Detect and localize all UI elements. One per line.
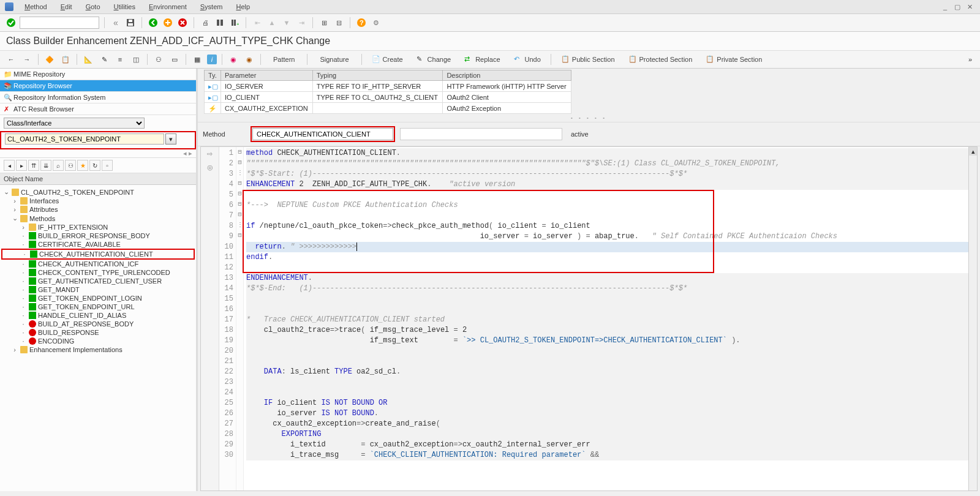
menu-environment[interactable]: Environment [143, 2, 193, 12]
menu-utilities[interactable]: Utilities [108, 2, 141, 12]
activate-icon[interactable]: ✎ [98, 53, 110, 66]
tree-method-item[interactable]: ·BUILD_AT_RESPONSE_BODY [1, 320, 195, 328]
tree-refresh-icon[interactable]: ↻ [89, 160, 100, 171]
vertical-scrollbar[interactable]: ▴ [968, 147, 977, 490]
tree-method-item[interactable]: ·GET_TOKEN_ENDPOINT_URL [1, 302, 195, 311]
display-object-icon[interactable]: 🔶 [43, 53, 56, 66]
nav-repository-browser[interactable]: 📚Repository Browser [0, 80, 196, 92]
nav-mime-repository[interactable]: 📁MIME Repository [0, 69, 196, 80]
window-close-icon[interactable]: ✕ [965, 2, 974, 11]
nav-repository-info-system[interactable]: 🔍Repository Information System [0, 92, 196, 103]
tree-hier-icon[interactable]: ⚇ [65, 160, 76, 171]
method-name-field[interactable] [252, 128, 393, 140]
tree-method-item[interactable]: ·GET_TOKEN_ENDPOINT_LOGIN [1, 294, 195, 302]
tree-method-item[interactable]: ·BUILD_ERROR_RESPONSE_BODY [1, 231, 195, 240]
ok-icon[interactable] [5, 17, 17, 29]
tree-fav-icon[interactable]: ★ [77, 160, 88, 171]
param-row[interactable]: ▸▢IO_CLIENTTYPE REF TO CL_OAUTH2_S_CLIEN… [205, 92, 571, 103]
menu-help[interactable]: Help [230, 2, 256, 12]
change-button[interactable]: ✎Change [412, 54, 456, 65]
save-icon[interactable] [124, 17, 137, 29]
expand-toolbar-icon[interactable]: » [965, 54, 975, 64]
nav-back-icon[interactable] [147, 17, 159, 29]
nav-right-icon[interactable]: → [21, 53, 33, 66]
hierarchy-icon[interactable]: ⚇ [153, 53, 165, 66]
shortcut-icon[interactable]: ⊟ [333, 17, 345, 29]
menu-goto[interactable]: Goto [80, 2, 107, 12]
cancel-icon[interactable] [176, 17, 189, 29]
pattern-button[interactable]: Pattern [266, 54, 302, 64]
menu-edit[interactable]: Edit [55, 2, 78, 12]
check-icon[interactable]: 📐 [82, 53, 94, 66]
private-section-button[interactable]: 📋Private Section [701, 54, 767, 65]
menu-system[interactable]: System [194, 2, 229, 12]
tree-more-icon[interactable]: ▫ [102, 160, 113, 171]
syntax-icon[interactable]: ◉ [243, 53, 255, 66]
undo-button[interactable]: ↶Undo [509, 54, 546, 65]
nav-exit-icon[interactable] [162, 17, 174, 29]
tree-method-item[interactable]: ·CHECK_AUTHENTICATION_CLIENT [1, 249, 195, 260]
menu-method[interactable]: Method [18, 2, 53, 12]
next-page-icon[interactable]: ▼ [281, 17, 293, 29]
settings-icon[interactable]: ⚙ [370, 17, 382, 29]
nav-atc-result-browser[interactable]: ✗ATC Result Browser [0, 103, 196, 115]
param-row[interactable]: ▸▢IO_SERVERTYPE REF TO IF_HTTP_SERVERHTT… [205, 81, 571, 92]
tree-down-icon[interactable]: ⇊ [40, 160, 51, 171]
scroll-up-icon[interactable]: ▴ [969, 147, 978, 156]
prev-page-icon[interactable]: ▲ [266, 17, 278, 29]
tree-find-icon[interactable]: ⌕ [53, 160, 64, 171]
tree-method-item[interactable]: ›IF_HTTP_EXTENSION [1, 223, 195, 231]
other-object-icon[interactable]: 📋 [59, 53, 72, 66]
tree-folder-interfaces[interactable]: ›Interfaces [1, 197, 195, 205]
tree-fwd-icon[interactable]: ▸ [16, 160, 27, 171]
tree-method-item[interactable]: ·GET_MANDT [1, 285, 195, 294]
breakpoint-icon[interactable]: ▦ [191, 53, 203, 66]
test-icon[interactable]: ≡ [114, 53, 126, 66]
create-button[interactable]: 📄Create [367, 54, 408, 65]
param-row[interactable]: ⚡CX_OAUTH2_EXCEPTIONOAuth2 Exception [205, 103, 571, 114]
print-icon[interactable]: 🖨 [199, 17, 211, 29]
last-page-icon[interactable]: ⇥ [295, 17, 307, 29]
tree-folder-methods[interactable]: ⌄Methods [1, 214, 195, 223]
pretty-print-icon[interactable]: ◉ [227, 53, 239, 66]
first-page-icon[interactable]: ⇤ [251, 17, 263, 29]
find-next-icon[interactable]: + [228, 17, 241, 29]
tree-method-item[interactable]: ·HANDLE_CLIENT_ID_ALIAS [1, 311, 195, 320]
object-type-select[interactable]: Class/Interface [4, 118, 145, 129]
object-tree[interactable]: ⌄CL_OAUTH2_S_TOKEN_ENDPOINT ›Interfaces … [0, 185, 196, 491]
tree-folder-enhancement[interactable]: ›Enhancement Implementations [1, 345, 195, 354]
tree-up-icon[interactable]: ⇈ [28, 160, 39, 171]
public-section-button[interactable]: 📋Public Section [556, 54, 620, 65]
tree-method-item[interactable]: ·BUILD_RESPONSE [1, 328, 195, 337]
new-session-icon[interactable]: ⊞ [318, 17, 330, 29]
signature-button[interactable]: Signature [312, 54, 356, 64]
splitter[interactable]: • • • • • [198, 114, 980, 122]
tree-root[interactable]: ⌄CL_OAUTH2_S_TOKEN_ENDPOINT [1, 187, 195, 197]
info-icon[interactable]: i [207, 54, 217, 64]
protected-section-button[interactable]: 📋Protected Section [624, 54, 698, 65]
tree-folder-attributes[interactable]: ›Attributes [1, 205, 195, 214]
tree-method-item[interactable]: ·ENCODING [1, 337, 195, 345]
where-used-icon[interactable]: ◫ [130, 53, 142, 66]
tree-method-item[interactable]: ·CHECK_AUTHENTICATION_ICF [1, 260, 195, 268]
command-field[interactable] [20, 17, 99, 29]
outline-icon[interactable]: ▭ [168, 53, 181, 66]
gutter-arrow-icon[interactable]: ⇨ [205, 148, 216, 159]
replace-button[interactable]: ⇄Replace [459, 54, 505, 65]
tree-back-icon[interactable]: ◂ [4, 160, 15, 171]
nav-left-icon[interactable]: ← [5, 53, 17, 66]
tree-method-item[interactable]: ·GET_AUTHENTICATED_CLIENT_USER [1, 277, 195, 285]
find-icon[interactable] [214, 17, 226, 29]
class-name-input[interactable] [5, 133, 164, 145]
window-restore-icon[interactable]: ▢ [953, 2, 962, 11]
code-editor[interactable]: ⇨ ◎ 123456789101112131415161718192021222… [200, 146, 978, 491]
window-minimize-icon[interactable]: _ [941, 2, 949, 11]
help-icon[interactable]: ? [355, 17, 368, 29]
back-icon[interactable]: « [110, 17, 122, 29]
code-content[interactable]: method CHECK_AUTHENTICATION_CLIENT."""""… [244, 147, 977, 490]
class-search-dropdown[interactable]: ▾ [165, 133, 176, 145]
fold-column[interactable]: ⊟⊟⋮⊟⊟⊟⊟⋮⊟ [236, 147, 244, 490]
gutter-circle-icon[interactable]: ◎ [205, 162, 216, 173]
tree-method-item[interactable]: ·CERTIFICATE_AVAILABLE [1, 240, 195, 249]
tree-method-item[interactable]: ·CHECK_CONTENT_TYPE_URLENCODED [1, 268, 195, 277]
